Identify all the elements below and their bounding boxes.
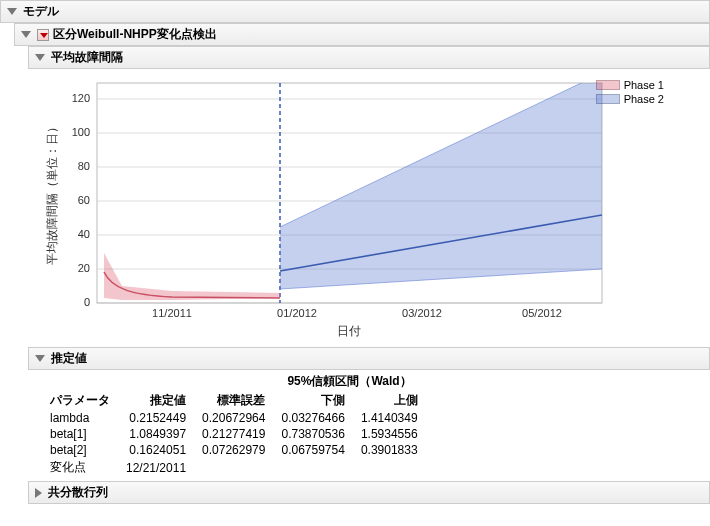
svg-text:80: 80 [78,160,90,172]
svg-text:0: 0 [84,296,90,308]
svg-text:03/2012: 03/2012 [402,307,442,319]
panel-covariance-title: 共分散行列 [48,484,108,501]
estimates-table: 95%信頼区間（Wald） パラメータ 推定値 標準誤差 下側 上側 lambd… [42,372,426,477]
col-param: パラメータ [42,391,118,410]
mtbf-chart: 0 20 40 60 80 100 120 11/2011 01/2012 03… [42,73,672,343]
panel-model[interactable]: モデル [0,0,710,23]
swatch-phase2 [596,94,620,104]
table-row: lambda 0.2152449 0.20672964 0.03276466 1… [42,410,426,426]
legend-phase2: Phase 2 [596,93,664,105]
chart-svg: 0 20 40 60 80 100 120 11/2011 01/2012 03… [42,73,672,343]
panel-mtbf-title: 平均故障間隔 [51,49,123,66]
svg-text:120: 120 [72,92,90,104]
panel-model-title: モデル [23,3,59,20]
svg-text:平均故障間隔（単位：日）: 平均故障間隔（単位：日） [45,121,59,265]
svg-text:60: 60 [78,194,90,206]
chart-legend: Phase 1 Phase 2 [596,79,664,107]
svg-text:01/2012: 01/2012 [277,307,317,319]
chevron-right-icon[interactable] [35,488,42,498]
panel-estimates[interactable]: 推定値 [28,347,710,370]
svg-text:05/2012: 05/2012 [522,307,562,319]
estimates-table-wrap: 95%信頼区間（Wald） パラメータ 推定値 標準誤差 下側 上側 lambd… [42,372,710,477]
panel-covariance[interactable]: 共分散行列 [28,481,710,504]
svg-text:日付: 日付 [337,324,361,338]
col-estimate: 推定値 [118,391,194,410]
svg-text:40: 40 [78,228,90,240]
col-upper: 上側 [353,391,426,410]
col-ci-group: 95%信頼区間（Wald） [273,372,425,391]
col-stderr: 標準誤差 [194,391,273,410]
legend-phase2-label: Phase 2 [624,93,664,105]
changepoint-value: 12/21/2011 [118,458,194,477]
panel-estimates-title: 推定値 [51,350,87,367]
legend-phase1-label: Phase 1 [624,79,664,91]
red-menu-icon[interactable] [37,29,49,41]
swatch-phase1 [596,80,620,90]
panel-weibull-title: 区分Weibull-NHPP変化点検出 [53,26,217,43]
legend-phase1: Phase 1 [596,79,664,91]
chevron-down-icon[interactable] [35,54,45,61]
table-row-changepoint: 変化点 12/21/2011 [42,458,426,477]
table-row: beta[1] 1.0849397 0.21277419 0.73870536 … [42,426,426,442]
chevron-down-icon[interactable] [21,31,31,38]
svg-text:20: 20 [78,262,90,274]
col-lower: 下側 [273,391,352,410]
panel-weibull[interactable]: 区分Weibull-NHPP変化点検出 [14,23,710,46]
svg-text:11/2011: 11/2011 [152,307,192,319]
panel-mtbf[interactable]: 平均故障間隔 [28,46,710,69]
chevron-down-icon[interactable] [35,355,45,362]
table-row: beta[2] 0.1624051 0.07262979 0.06759754 … [42,442,426,458]
changepoint-label: 変化点 [42,458,118,477]
chevron-down-icon[interactable] [7,8,17,15]
svg-text:100: 100 [72,126,90,138]
